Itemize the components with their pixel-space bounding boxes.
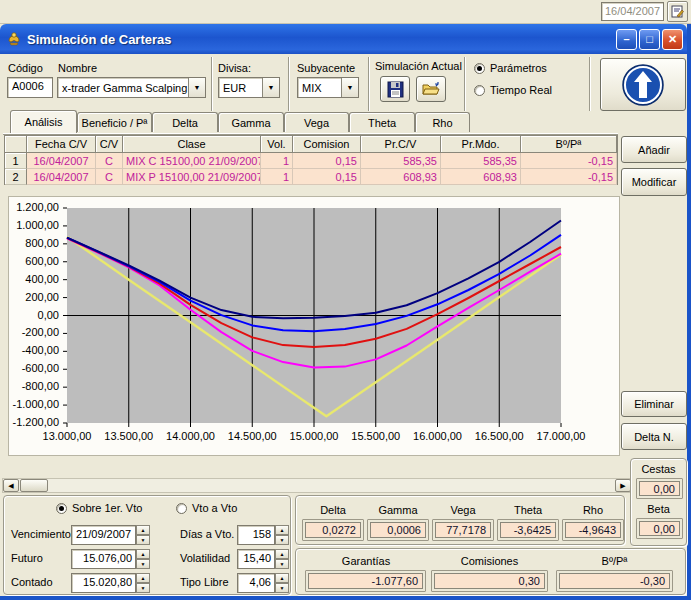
contado-field[interactable]: 15.020,80 bbox=[71, 573, 136, 593]
rho-label: Rho bbox=[564, 504, 622, 516]
chart-canvas bbox=[9, 197, 619, 455]
scroll-right-arrow-icon[interactable]: ▶ bbox=[615, 479, 631, 492]
cell-bp: -0,15 bbox=[521, 169, 617, 185]
radio-icon bbox=[176, 503, 187, 514]
spin-down-icon[interactable]: ▼ bbox=[136, 583, 150, 593]
spin-down-icon[interactable]: ▼ bbox=[275, 559, 289, 569]
date-field[interactable]: 16/04/2007 bbox=[601, 2, 664, 21]
nombre-combobox-value: x-trader Gamma Scalping bbox=[58, 82, 188, 94]
cestas-value-box: 0,00 bbox=[636, 478, 683, 499]
spin-down-icon[interactable]: ▼ bbox=[136, 535, 150, 545]
radio-vto-label: Vto a Vto bbox=[192, 502, 237, 514]
modificar-button[interactable]: Modificar bbox=[621, 168, 687, 196]
simulacion-actual-label: Simulación Actual bbox=[375, 60, 462, 72]
column-header-bp[interactable]: Bº/Pª bbox=[521, 136, 617, 153]
cell-comision: 0,15 bbox=[293, 153, 361, 169]
column-header[interactable] bbox=[5, 136, 27, 153]
tab-beneficio[interactable]: Beneficio / Pª bbox=[77, 112, 152, 132]
y-axis-label: -1.200,00 bbox=[9, 416, 59, 428]
contado-spinner[interactable]: ▲▼ bbox=[136, 573, 150, 593]
codigo-field[interactable]: A0006 bbox=[7, 77, 53, 98]
tab-rho[interactable]: Rho bbox=[415, 112, 470, 132]
open-folder-icon bbox=[422, 81, 441, 97]
save-simulation-button[interactable] bbox=[380, 76, 410, 102]
row-number: 1 bbox=[5, 153, 27, 169]
spin-down-icon[interactable]: ▼ bbox=[275, 583, 289, 593]
x-axis-label: 14.000,00 bbox=[166, 430, 215, 442]
spin-down-icon[interactable]: ▼ bbox=[136, 559, 150, 569]
x-axis-label: 13.000,00 bbox=[43, 430, 92, 442]
subyacente-combobox[interactable]: MIX ▼ bbox=[297, 77, 359, 98]
delta-n-button[interactable]: Delta N. bbox=[621, 423, 687, 450]
eliminar-button[interactable]: Eliminar bbox=[621, 391, 687, 417]
positions-table: Fecha C/V C/V Clase Vol. Comision Pr.C/V… bbox=[4, 135, 618, 185]
save-icon bbox=[387, 81, 404, 98]
column-header-prmdo[interactable]: Pr.Mdo. bbox=[441, 136, 521, 153]
column-header-fecha[interactable]: Fecha C/V bbox=[27, 136, 96, 153]
spin-up-icon[interactable]: ▲ bbox=[136, 525, 150, 535]
spin-up-icon[interactable]: ▲ bbox=[275, 573, 289, 583]
radio-parametros[interactable]: Parámetros bbox=[474, 62, 547, 74]
date-picker-button[interactable] bbox=[667, 1, 688, 22]
tab-vega[interactable]: Vega bbox=[284, 112, 349, 132]
futuro-field[interactable]: 15.076,00 bbox=[71, 549, 136, 569]
futuro-spinner[interactable]: ▲▼ bbox=[136, 549, 150, 569]
delta-value-box: 0,0272 bbox=[302, 519, 364, 541]
anadir-button[interactable]: Añadir bbox=[621, 136, 687, 163]
y-axis-label: -800,00 bbox=[9, 380, 59, 392]
beta-value-box: 0,00 bbox=[636, 518, 683, 539]
tab-gamma[interactable]: Gamma bbox=[218, 112, 284, 132]
radio-icon bbox=[56, 503, 67, 514]
column-header-cv[interactable]: C/V bbox=[96, 136, 123, 153]
radio-vto-a-vto[interactable]: Vto a Vto bbox=[176, 502, 237, 514]
run-simulation-button[interactable] bbox=[600, 58, 686, 111]
maximize-button[interactable]: □ bbox=[639, 29, 660, 50]
chevron-down-icon[interactable]: ▼ bbox=[262, 78, 279, 97]
chevron-down-icon[interactable]: ▼ bbox=[188, 78, 205, 97]
y-axis-label: 600,00 bbox=[9, 255, 59, 267]
volatilidad-spinner[interactable]: ▲▼ bbox=[275, 549, 289, 569]
divisa-combobox[interactable]: EUR ▼ bbox=[218, 77, 280, 98]
cell-clase: MIX C 15100,00 21/09/2007 bbox=[123, 153, 261, 169]
nombre-combobox[interactable]: x-trader Gamma Scalping ▼ bbox=[57, 77, 206, 98]
close-button[interactable]: ✕ bbox=[662, 29, 683, 50]
minimize-button[interactable]: – bbox=[616, 29, 637, 50]
spin-up-icon[interactable]: ▲ bbox=[136, 549, 150, 559]
radio-tiempo-real[interactable]: Tiempo Real bbox=[474, 84, 552, 96]
bp-value-box: -0,30 bbox=[556, 570, 673, 592]
cell-cv: C bbox=[96, 169, 123, 185]
delta-label: Delta bbox=[304, 504, 362, 516]
tab-theta[interactable]: Theta bbox=[349, 112, 415, 132]
radio-sobre-1er-vto[interactable]: Sobre 1er. Vto bbox=[56, 502, 142, 514]
column-header-prcv[interactable]: Pr.C/V bbox=[361, 136, 441, 153]
y-axis-label: 1.200,00 bbox=[9, 201, 59, 213]
column-header-clase[interactable]: Clase bbox=[123, 136, 261, 153]
cell-prmdo: 608,93 bbox=[441, 169, 521, 185]
chevron-down-icon[interactable]: ▼ bbox=[341, 78, 358, 97]
vencimiento-field[interactable]: 21/09/2007 bbox=[71, 525, 136, 545]
dias-a-vto-spinner[interactable]: ▲▼ bbox=[275, 525, 289, 545]
y-axis-label: -200,00 bbox=[9, 326, 59, 338]
spin-up-icon[interactable]: ▲ bbox=[136, 573, 150, 583]
scrollbar-thumb[interactable] bbox=[20, 479, 48, 492]
horizontal-scrollbar[interactable]: ◀ ▶ bbox=[2, 478, 632, 493]
volatilidad-field[interactable]: 15,40 bbox=[237, 549, 275, 569]
tab-analisis[interactable]: Análisis bbox=[10, 110, 77, 133]
tipo-libre-field[interactable]: 4,06 bbox=[237, 573, 275, 593]
open-simulation-button[interactable] bbox=[416, 76, 446, 102]
column-header-vol[interactable]: Vol. bbox=[261, 136, 293, 153]
spin-up-icon[interactable]: ▲ bbox=[275, 549, 289, 559]
scroll-left-arrow-icon[interactable]: ◀ bbox=[3, 479, 19, 492]
radio-icon bbox=[474, 85, 485, 96]
x-axis-label: 15.000,00 bbox=[290, 430, 339, 442]
dias-a-vto-field[interactable]: 158 bbox=[237, 525, 275, 545]
tab-delta[interactable]: Delta bbox=[152, 112, 218, 132]
spin-up-icon[interactable]: ▲ bbox=[275, 525, 289, 535]
vencimiento-spinner[interactable]: ▲▼ bbox=[136, 525, 150, 545]
spin-down-icon[interactable]: ▼ bbox=[275, 535, 289, 545]
tipo-libre-spinner[interactable]: ▲▼ bbox=[275, 573, 289, 593]
column-header-comision[interactable]: Comision bbox=[293, 136, 361, 153]
cell-comision: 0,15 bbox=[293, 169, 361, 185]
cell-cv: C bbox=[96, 153, 123, 169]
window-title: Simulación de Carteras bbox=[27, 32, 614, 47]
